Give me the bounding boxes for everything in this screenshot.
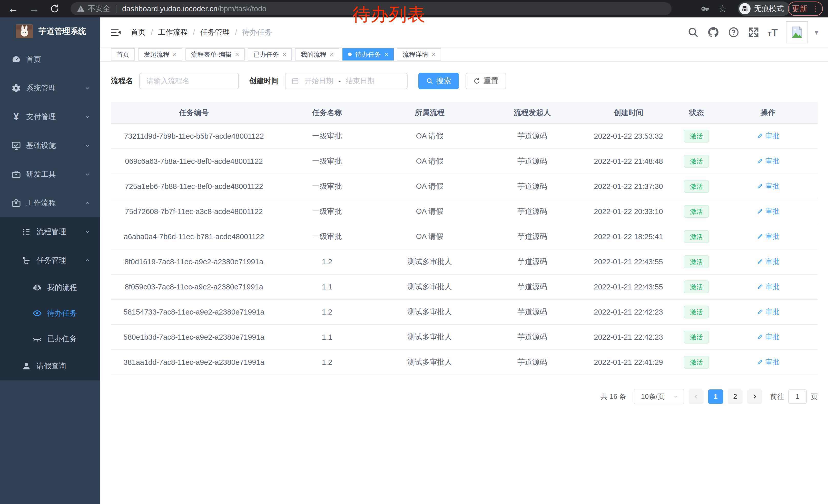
prev-page-button[interactable]: [689, 390, 704, 404]
yen-icon: ¥: [10, 111, 22, 122]
table-row[interactable]: 75d72608-7b7f-11ec-a3c8-acde48001122 一级审…: [111, 199, 818, 224]
password-manager-button[interactable]: [700, 0, 710, 17]
close-icon[interactable]: ×: [432, 51, 436, 58]
reset-button[interactable]: 重置: [465, 73, 506, 89]
bookmark-star-button[interactable]: ☆: [718, 0, 727, 17]
avatar-caret-icon[interactable]: ▾: [815, 28, 818, 37]
header-font-size-button[interactable]: TT: [768, 28, 778, 36]
browser-forward-button[interactable]: →: [29, 3, 40, 14]
cell-starter: 芋道源码: [482, 325, 582, 350]
approve-button[interactable]: 审批: [757, 357, 780, 367]
tab-label: 我的流程: [301, 50, 326, 59]
browser-update-menu-button[interactable]: 更新 ⋮: [788, 2, 823, 16]
header-github-button[interactable]: [707, 26, 719, 39]
security-chip[interactable]: 不安全: [77, 4, 110, 14]
approve-button[interactable]: 审批: [757, 257, 780, 266]
tab-home[interactable]: 首页: [111, 48, 135, 60]
sidebar-logo-row[interactable]: 芋道管理系统: [0, 17, 100, 45]
approve-button[interactable]: 审批: [757, 307, 780, 316]
breadcrumb-workflow[interactable]: 工作流程: [158, 27, 188, 37]
search-button[interactable]: 搜索: [418, 73, 459, 89]
cell-created: 2022-01-22 23:53:32: [582, 124, 675, 149]
sidebar-item-infrastructure[interactable]: 基础设施: [0, 131, 100, 160]
approve-button[interactable]: 审批: [757, 131, 780, 140]
app-title: 芋道管理系统: [38, 26, 86, 37]
approve-button[interactable]: 审批: [757, 282, 780, 291]
table-row[interactable]: 580e1b3d-7ac8-11ec-a9e2-a2380e71991a 1.1…: [111, 325, 818, 350]
cell-task-name: 1.2: [277, 249, 377, 274]
sidebar-collapse-button[interactable]: [110, 28, 122, 37]
edit-pen-icon: [757, 283, 763, 290]
goto-page-input[interactable]: 1: [788, 390, 807, 404]
edit-pen-icon: [757, 183, 763, 189]
sidebar-item-workflow[interactable]: 工作流程: [0, 189, 100, 217]
breadcrumb-task-management[interactable]: 任务管理: [200, 27, 230, 37]
tab-process-detail[interactable]: 流程详情×: [397, 48, 441, 60]
column-header-starter: 流程发起人: [482, 102, 582, 124]
close-icon[interactable]: ×: [235, 51, 239, 58]
table-row[interactable]: 58154733-7ac8-11ec-a9e2-a2380e71991a 1.2…: [111, 300, 818, 325]
close-icon[interactable]: ×: [384, 51, 388, 58]
sidebar-item-done-tasks[interactable]: 已办任务: [0, 326, 100, 352]
header-help-button[interactable]: [728, 27, 740, 38]
page-button-1[interactable]: 1: [708, 390, 723, 404]
sidebar-item-leave-query[interactable]: 请假查询: [0, 352, 100, 380]
edit-pen-icon: [757, 333, 763, 340]
header-fullscreen-button[interactable]: [748, 27, 759, 38]
header-search-button[interactable]: [687, 27, 699, 38]
cell-task-name: 一级审批: [277, 124, 377, 149]
approve-button[interactable]: 审批: [757, 182, 780, 191]
tab-done-tasks[interactable]: 已办任务×: [248, 48, 292, 60]
tab-process-form-edit[interactable]: 流程表单-编辑×: [185, 48, 245, 60]
sidebar-item-home[interactable]: 首页: [0, 45, 100, 74]
table-row[interactable]: 069c6a63-7b8a-11ec-8ef0-acde48001122 一级审…: [111, 149, 818, 174]
sidebar-item-my-process[interactable]: 我的流程: [0, 275, 100, 301]
sidebar-item-todo-tasks[interactable]: 待办任务: [0, 301, 100, 326]
approve-button[interactable]: 审批: [757, 232, 780, 241]
close-icon[interactable]: ×: [173, 51, 177, 58]
range-separator: -: [338, 77, 341, 85]
cell-process: OA 请假: [377, 124, 482, 149]
url-path: /bpm/task/todo: [217, 5, 266, 13]
sidebar-item-label: 流程管理: [36, 227, 66, 237]
table-row[interactable]: 381aa1dd-7ac8-11ec-a9e2-a2380e71991a 1.2…: [111, 350, 818, 375]
browser-reload-button[interactable]: [50, 4, 59, 13]
start-date-placeholder: 开始日期: [304, 76, 333, 86]
process-name-input[interactable]: [139, 73, 239, 89]
tab-start-process[interactable]: 发起流程×: [138, 48, 182, 60]
status-badge: 激活: [684, 255, 709, 268]
tab-todo-tasks[interactable]: 待办任务×: [342, 48, 394, 60]
browser-back-button[interactable]: ←: [8, 3, 18, 14]
tab-my-process[interactable]: 我的流程×: [295, 48, 339, 60]
chevron-up-icon: [84, 200, 91, 207]
page-button-2[interactable]: 2: [728, 390, 743, 404]
sidebar-item-payment[interactable]: ¥ 支付管理: [0, 102, 100, 131]
table-row[interactable]: 8f0d1619-7ac8-11ec-a9e2-a2380e71991a 1.2…: [111, 249, 818, 274]
sidebar-item-process-management[interactable]: 流程管理: [0, 217, 100, 246]
calendar-icon: [291, 77, 299, 85]
sidebar-item-system[interactable]: 系统管理: [0, 74, 100, 102]
help-icon: [728, 27, 740, 38]
table-row[interactable]: 725a1eb6-7b88-11ec-8ef0-acde48001122 一级审…: [111, 174, 818, 199]
close-icon[interactable]: ×: [283, 51, 287, 58]
sidebar-item-task-management[interactable]: 任务管理: [0, 246, 100, 275]
cell-process: 测试多审批人: [377, 350, 482, 375]
table-row[interactable]: a6aba0a4-7b6d-11ec-b781-acde48001122 一级审…: [111, 224, 818, 249]
approve-button[interactable]: 审批: [757, 207, 780, 216]
sidebar-item-dev-tools[interactable]: 研发工具: [0, 160, 100, 189]
next-page-button[interactable]: [747, 390, 762, 404]
approve-button[interactable]: 审批: [757, 156, 780, 166]
approve-button[interactable]: 审批: [757, 332, 780, 341]
avatar[interactable]: [786, 21, 808, 43]
column-header-actions: 操作: [718, 102, 818, 124]
cell-task-id: 069c6a63-7b8a-11ec-8ef0-acde48001122: [111, 149, 277, 174]
breadcrumb-home[interactable]: 首页: [131, 27, 146, 37]
org-tree-icon: [20, 256, 32, 265]
table-row[interactable]: 73211d9d-7b9b-11ec-b5b7-acde48001122 一级审…: [111, 124, 818, 149]
page-size-select[interactable]: 10条/页: [634, 389, 684, 404]
date-range-picker[interactable]: 开始日期 - 结束日期: [285, 73, 408, 89]
cell-starter: 芋道源码: [482, 124, 582, 149]
close-icon[interactable]: ×: [330, 51, 334, 58]
chevron-left-icon: [693, 393, 700, 400]
table-row[interactable]: 8f059c03-7ac8-11ec-a9e2-a2380e71991a 1.1…: [111, 274, 818, 300]
